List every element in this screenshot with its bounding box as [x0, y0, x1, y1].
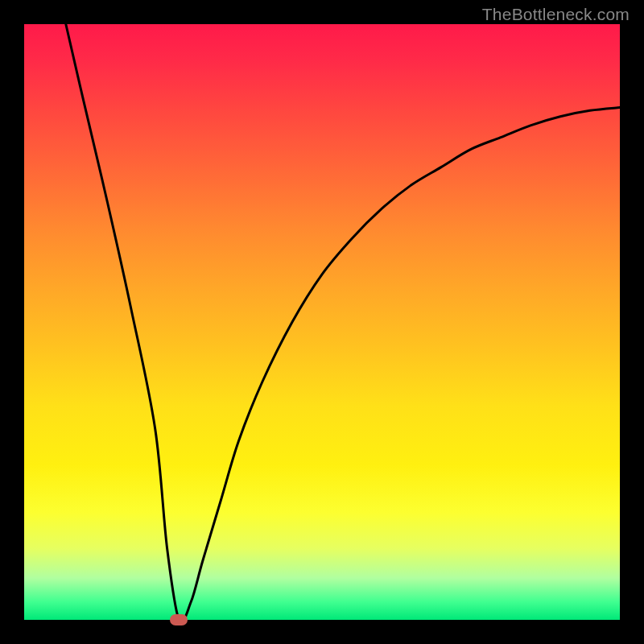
- watermark-text: TheBottleneck.com: [482, 5, 630, 24]
- bottleneck-curve: [24, 24, 620, 620]
- minimum-marker: [170, 614, 188, 625]
- chart-frame: TheBottleneck.com: [0, 0, 644, 644]
- plot-area: [24, 24, 620, 620]
